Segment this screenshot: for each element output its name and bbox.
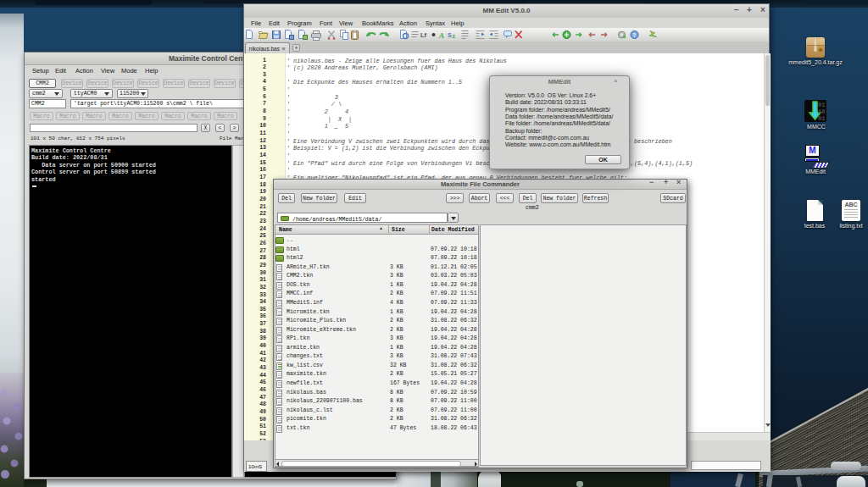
svg-text:?: ? bbox=[632, 32, 636, 38]
svg-text:A: A bbox=[438, 31, 444, 40]
svg-text:Lf: Lf bbox=[420, 31, 427, 39]
svg-text:S: S bbox=[448, 32, 452, 38]
svg-text:z: z bbox=[453, 33, 456, 39]
